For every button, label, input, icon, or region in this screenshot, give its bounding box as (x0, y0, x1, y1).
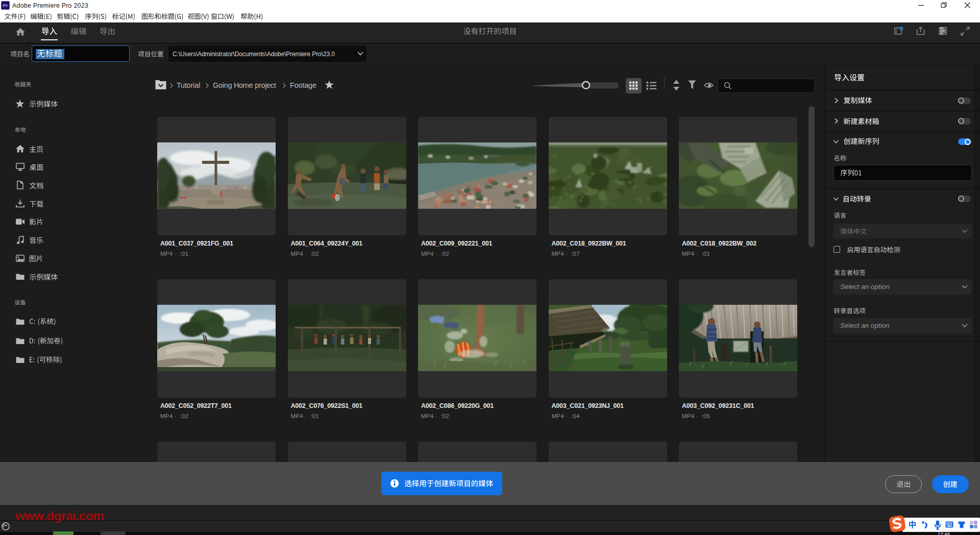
svg-text:Pr: Pr (3, 3, 8, 8)
